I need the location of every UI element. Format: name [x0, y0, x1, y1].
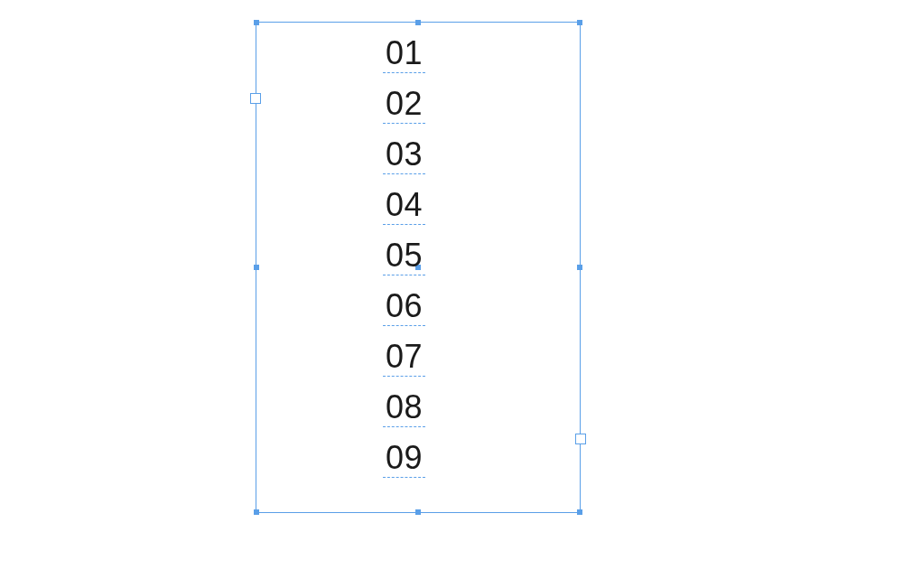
baseline-indicator — [383, 325, 425, 326]
resize-handle-bottom[interactable] — [415, 509, 421, 515]
list-item-label: 02 — [386, 85, 423, 122]
list-item-label: 06 — [386, 287, 423, 324]
list-item-label: 04 — [386, 186, 423, 223]
text-out-port[interactable] — [575, 434, 586, 444]
resize-handle-top[interactable] — [415, 20, 421, 25]
list-item[interactable]: 07 — [386, 331, 423, 382]
resize-handle-bottom-left[interactable] — [254, 509, 259, 515]
list-item[interactable]: 03 — [386, 129, 423, 180]
list-item[interactable]: 06 — [386, 281, 423, 331]
text-in-port[interactable] — [250, 93, 261, 104]
baseline-indicator — [383, 224, 425, 225]
baseline-indicator — [383, 426, 425, 427]
resize-handle-right[interactable] — [577, 265, 582, 270]
resize-handle-left[interactable] — [254, 265, 259, 270]
text-frame-selection[interactable]: 01 02 03 04 05 06 07 08 — [256, 22, 581, 513]
list-item-label: 03 — [386, 135, 423, 173]
text-content[interactable]: 01 02 03 04 05 06 07 08 — [386, 28, 423, 483]
baseline-indicator — [383, 376, 425, 377]
list-item-label: 07 — [386, 338, 423, 375]
baseline-indicator — [383, 72, 425, 73]
list-item[interactable]: 02 — [386, 79, 423, 129]
list-item-label: 08 — [386, 388, 423, 425]
list-item[interactable]: 01 — [386, 28, 423, 79]
list-item[interactable]: 09 — [386, 433, 423, 483]
baseline-indicator — [383, 275, 425, 275]
list-item-label: 05 — [386, 237, 423, 274]
baseline-indicator — [383, 477, 425, 478]
resize-handle-bottom-right[interactable] — [577, 509, 582, 515]
list-item-label: 01 — [386, 34, 423, 71]
resize-handle-top-left[interactable] — [254, 20, 259, 25]
resize-handle-top-right[interactable] — [577, 20, 582, 25]
list-item-label: 09 — [386, 439, 423, 476]
baseline-indicator — [383, 173, 425, 174]
baseline-indicator — [383, 123, 425, 124]
list-item[interactable]: 08 — [386, 382, 423, 433]
list-item[interactable]: 05 — [386, 230, 423, 281]
list-item[interactable]: 04 — [386, 180, 423, 230]
